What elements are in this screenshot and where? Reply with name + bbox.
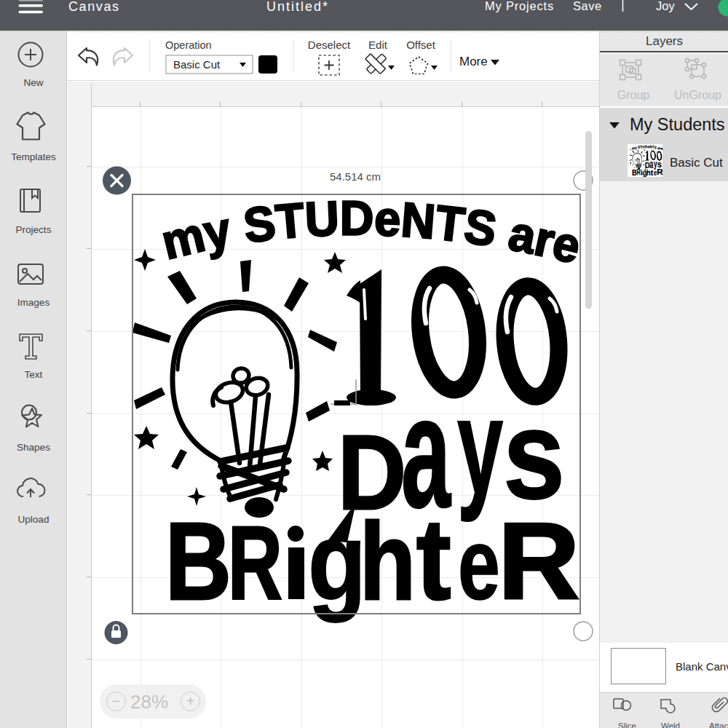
svg-text:Joy: Joy (656, 0, 675, 12)
svg-text:Basic Cut: Basic Cut (173, 58, 221, 71)
svg-text:My Projects: My Projects (485, 0, 554, 12)
svg-text:Weld: Weld (661, 721, 680, 728)
svg-text:Basic Cut: Basic Cut (670, 156, 723, 170)
svg-text:54.514 cm: 54.514 cm (330, 170, 381, 183)
svg-text:Save: Save (573, 0, 602, 12)
svg-text:Edit: Edit (368, 39, 388, 51)
svg-text:Offset: Offset (406, 39, 436, 51)
svg-text:Deselect: Deselect (308, 39, 351, 51)
svg-text:Slice: Slice (618, 721, 636, 728)
svg-text:Attac: Attac (709, 721, 728, 728)
svg-text:Canvas: Canvas (68, 0, 120, 14)
svg-text:More: More (459, 55, 488, 68)
svg-text:Operation: Operation (165, 39, 212, 51)
svg-text:Untitled*: Untitled* (266, 0, 329, 14)
